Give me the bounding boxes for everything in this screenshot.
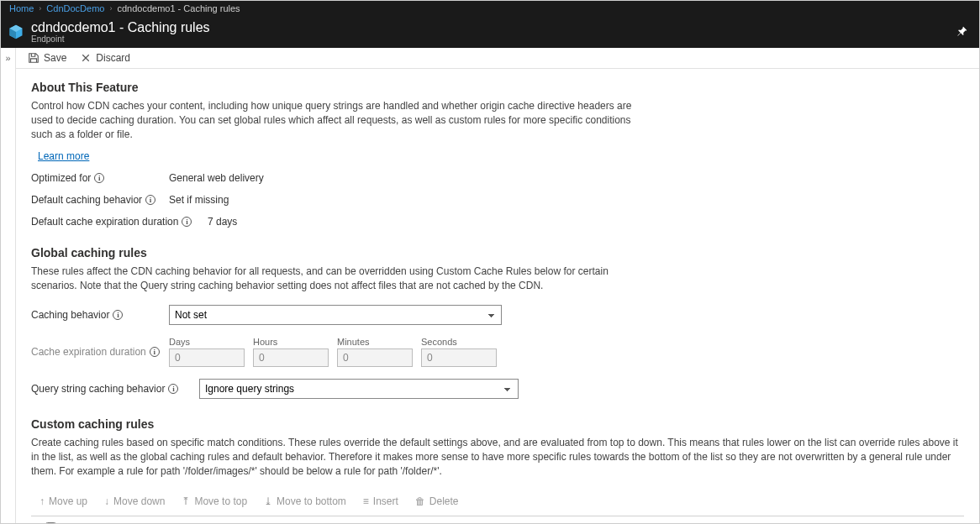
custom-desc: Create caching rules based on specific m… [31,436,964,479]
title-bar: cdndocdemo1 - Caching rules Endpoint [1,16,979,48]
info-icon[interactable]: i [94,173,104,183]
pin-icon[interactable] [957,25,972,39]
days-input [169,348,245,367]
chevron-right-icon: › [39,4,41,13]
col-minutes: MINUTES [781,521,872,523]
page-subtitle: Endpoint [31,34,210,44]
expand-rail[interactable]: » [1,48,16,523]
info-icon[interactable]: i [182,217,192,227]
hours-input [253,348,329,367]
breadcrumb-current: cdndocdemo1 - Caching rules [117,3,240,13]
rules-toolbar: ↑Move up ↓Move down ⤒Move to top ⤓Move t… [31,495,964,507]
default-behavior-label: Default caching behavior [31,194,142,206]
query-caching-select[interactable]: Ignore query strings [199,379,519,399]
seconds-input [421,348,497,367]
command-toolbar: Save Discard [16,48,979,69]
breadcrumb-home[interactable]: Home [9,3,34,13]
info-icon[interactable]: i [168,384,178,394]
global-heading: Global caching rules [31,246,964,259]
arrow-down-icon: ↓ [104,495,109,507]
hours-label: Hours [253,337,329,347]
insert-icon: ≡ [363,495,369,507]
breadcrumb: Home › CdnDocDemo › cdndocdemo1 - Cachin… [1,1,979,16]
col-match: MATCH CONDITION [65,521,240,523]
move-up-button[interactable]: ↑Move up [40,495,87,507]
about-heading: About This Feature [31,81,964,94]
info-icon[interactable]: i [145,195,155,205]
about-desc: Control how CDN caches your content, inc… [31,99,636,142]
global-desc: These rules affect the CDN caching behav… [31,265,636,293]
optimized-for-value: General web delivery [169,172,264,184]
col-matchval: MATCH VALUE(S) [240,521,418,523]
discard-icon [80,52,92,64]
trash-icon: 🗑 [415,495,425,507]
delete-button[interactable]: 🗑Delete [415,495,459,507]
chevron-right-icon: › [109,4,112,13]
seconds-label: Seconds [421,337,497,347]
caching-behavior-select[interactable]: Not set [169,305,502,325]
custom-heading: Custom caching rules [31,417,964,431]
endpoint-icon [8,24,24,40]
discard-label: Discard [96,52,130,64]
breadcrumb-level1[interactable]: CdnDocDemo [46,3,104,13]
default-expiration-value: 7 days [208,216,237,228]
insert-button[interactable]: ≡Insert [363,495,398,507]
arrow-up-icon: ↑ [40,495,45,507]
query-caching-label: Query string caching behavior [31,383,165,395]
discard-button[interactable]: Discard [80,52,130,64]
learn-more-link[interactable]: Learn more [38,150,89,162]
col-seconds: SECONDS [872,521,964,523]
cache-expiration-label: Cache expiration duration [31,346,146,358]
rules-table: MATCH CONDITION MATCH VALUE(S) CACHING B… [31,516,964,523]
minutes-label: Minutes [337,337,413,347]
save-icon [28,52,40,64]
select-all-checkbox[interactable] [45,522,56,523]
move-top-button[interactable]: ⤒Move to top [182,495,247,507]
col-hours: HOURS [689,521,781,523]
arrow-top-icon: ⤒ [182,495,190,507]
info-icon[interactable]: i [113,310,123,320]
arrow-bottom-icon: ⤓ [264,495,272,507]
col-days: DAYS [598,521,689,523]
caching-behavior-label: Caching behavior [31,309,109,321]
default-expiration-label: Default cache expiration duration [31,216,178,228]
save-button[interactable]: Save [28,52,66,64]
page-title: cdndocdemo1 - Caching rules [31,20,210,35]
minutes-input [337,348,413,367]
default-behavior-value: Set if missing [169,194,229,206]
move-bottom-button[interactable]: ⤓Move to bottom [264,495,346,507]
optimized-for-label: Optimized for [31,172,91,184]
save-label: Save [44,52,66,64]
days-label: Days [169,337,245,347]
move-down-button[interactable]: ↓Move down [104,495,165,507]
info-icon[interactable]: i [150,347,160,357]
col-cbeh: CACHING BEHAVIOR [418,521,598,523]
